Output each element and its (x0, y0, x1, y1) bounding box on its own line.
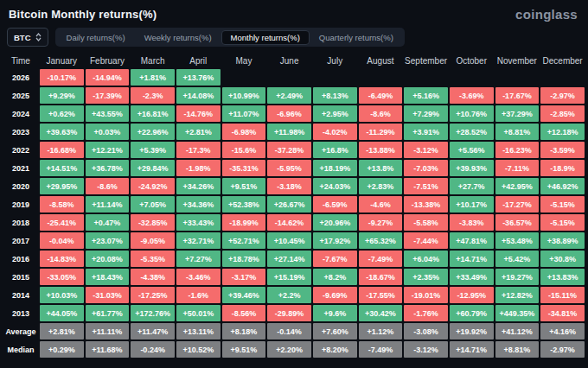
return-cell: +38.89% (540, 232, 585, 249)
return-cell: +10.52% (176, 341, 220, 358)
return-cell: +11.47% (131, 323, 175, 339)
return-cell: -3.12% (404, 142, 448, 158)
return-cell (313, 69, 357, 86)
summary-row-median: Median+0.29%+11.68%-0.24%+10.52%+9.51%+2… (3, 341, 585, 358)
return-cell: +41.12% (495, 323, 540, 339)
return-cell: -7.49% (359, 341, 403, 358)
return-cell: -16.68% (40, 142, 84, 158)
return-cell: +1.12% (359, 323, 403, 339)
table-row-2022: 2022-16.68%+12.21%+5.39%-17.3%-15.6%-37.… (3, 142, 585, 158)
coin-selector[interactable]: BTC (7, 28, 48, 47)
return-cell: -2.85% (540, 105, 585, 122)
return-cell: -3.18% (267, 178, 311, 194)
tab-weekly-returns[interactable]: Weekly returns(%) (135, 30, 221, 45)
summary-row-average: Average+2.81%+11.11%+11.47%+13.11%+8.18%… (3, 323, 585, 339)
return-cell: +2.95% (313, 105, 357, 122)
return-cell: -17.3% (176, 142, 220, 158)
return-cell: -18.99% (222, 214, 266, 231)
return-cell: -8.58% (40, 196, 84, 213)
return-cell: -8.56% (222, 305, 266, 321)
return-cell: -1.76% (404, 305, 448, 321)
return-cell: +8.13% (313, 87, 357, 104)
return-cell: +10.76% (450, 105, 494, 122)
return-cell: -4.38% (131, 269, 175, 285)
return-cell: +42.95% (495, 178, 540, 194)
return-cell: +172.76% (131, 305, 175, 321)
return-cell: +5.39% (131, 142, 175, 158)
return-cell: -25.41% (40, 214, 84, 231)
column-header-may: May (222, 54, 266, 67)
year-label: 2017 (3, 232, 38, 249)
return-cell: -5.15% (540, 214, 585, 231)
year-label: 2021 (3, 160, 38, 176)
tab-daily-returns[interactable]: Daily returns(%) (57, 30, 135, 45)
return-cell: +10.99% (222, 87, 266, 104)
return-cell: +14.71% (450, 341, 494, 358)
return-cell: -3.83% (450, 214, 494, 231)
return-cell: +8.2% (313, 269, 357, 285)
return-cell: -15.6% (222, 142, 266, 158)
tab-quarterly-returns[interactable]: Quarterly returns(%) (310, 30, 403, 45)
return-cell: +10.17% (450, 196, 494, 213)
return-cell: -3.12% (404, 341, 448, 358)
return-cell: -13.38% (404, 196, 448, 213)
return-cell: +2.81% (176, 124, 220, 140)
return-cell: +18.78% (222, 251, 266, 267)
column-header-june: June (267, 54, 311, 67)
return-cell: -10.17% (40, 69, 84, 86)
return-cell: +5.42% (495, 251, 540, 267)
return-cell: +16.81% (131, 105, 175, 122)
return-cell: -18.9% (540, 160, 585, 176)
column-header-april: April (176, 54, 220, 67)
return-cell: +5.56% (450, 142, 494, 158)
return-cell: -12.95% (450, 287, 494, 303)
return-cell: +449.35% (495, 305, 540, 321)
return-cell: -11.29% (359, 124, 403, 140)
return-cell: +13.76% (176, 69, 220, 86)
return-cell: -9.27% (359, 214, 403, 231)
return-cell: +15.19% (267, 269, 311, 285)
tab-monthly-returns[interactable]: Monthly returns(%) (221, 30, 310, 45)
return-cell: +11.98% (267, 124, 311, 140)
return-cell: -0.14% (267, 323, 311, 339)
return-cell: +8.18% (222, 323, 266, 339)
return-cell: +50.01% (176, 305, 220, 321)
return-cell: +12.21% (86, 142, 130, 158)
return-cell: +9.29% (40, 87, 84, 104)
return-cell: +14.08% (176, 87, 220, 104)
return-cell: +5.16% (404, 87, 448, 104)
return-cell: +1.81% (131, 69, 175, 86)
return-cell: -17.55% (359, 287, 403, 303)
year-label: 2026 (3, 69, 38, 86)
table-row-2024: 2024+0.62%+43.55%+16.81%-14.76%+11.07%-6… (3, 105, 585, 122)
return-cell: -14.62% (267, 214, 311, 231)
year-label: 2023 (3, 124, 38, 140)
return-cell: -17.39% (86, 87, 130, 104)
column-header-october: October (450, 54, 494, 67)
return-cell: +30.42% (359, 305, 403, 321)
column-header-time: Time (3, 54, 38, 67)
return-cell (540, 69, 585, 86)
return-cell: +18.43% (86, 269, 130, 285)
return-cell: +28.52% (450, 124, 494, 140)
return-cell: +7.60% (313, 323, 357, 339)
page-title: Bitcoin Monthly returns(%) (0, 0, 588, 21)
return-cell: -7.67% (313, 251, 357, 267)
return-cell: -33.05% (40, 269, 84, 285)
return-cell: -14.76% (176, 105, 220, 122)
return-cell: +11.07% (222, 105, 266, 122)
return-cell: -5.15% (540, 196, 585, 213)
table-row-2021: 2021+14.51%+36.78%+29.84%-1.98%-35.31%-5… (3, 160, 585, 176)
return-cell: -4.02% (313, 124, 357, 140)
return-cell: -36.57% (495, 214, 540, 231)
return-cell: -17.25% (131, 287, 175, 303)
table-row-2014: 2014+10.03%-31.03%-17.25%-1.6%+39.46%+2.… (3, 287, 585, 303)
return-cell: -0.04% (40, 232, 84, 249)
summary-label: Median (3, 341, 38, 358)
return-cell (222, 69, 266, 86)
return-cell: +32.71% (176, 232, 220, 249)
return-cell: +34.36% (176, 196, 220, 213)
return-cell: -7.49% (359, 251, 403, 267)
return-cell: +61.77% (86, 305, 130, 321)
return-cell (404, 69, 448, 86)
